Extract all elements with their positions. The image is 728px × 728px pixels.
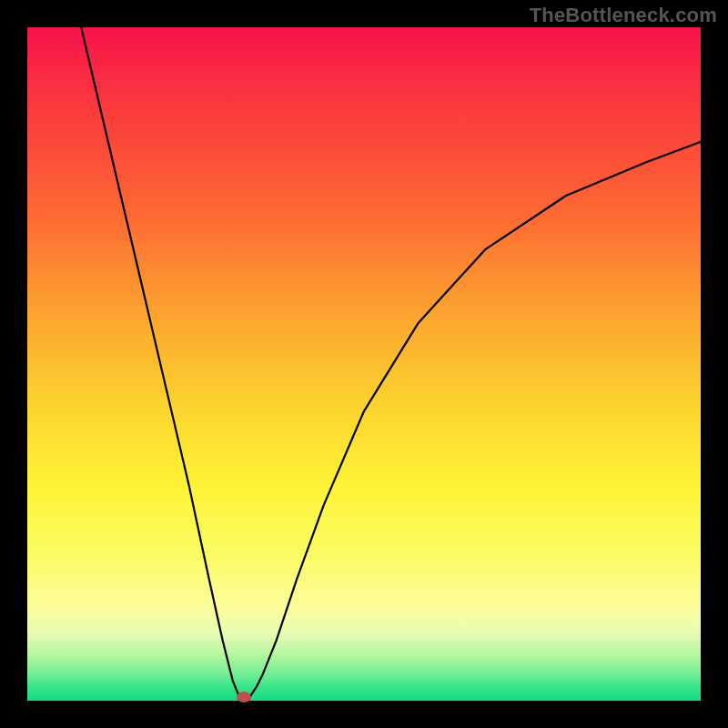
bottleneck-curve: [81, 27, 701, 701]
chart-container: TheBottleneck.com: [0, 0, 728, 728]
plot-area: [27, 27, 701, 701]
curve-layer: [27, 27, 701, 701]
optimum-marker: [237, 692, 251, 703]
watermark-text: TheBottleneck.com: [530, 4, 717, 27]
